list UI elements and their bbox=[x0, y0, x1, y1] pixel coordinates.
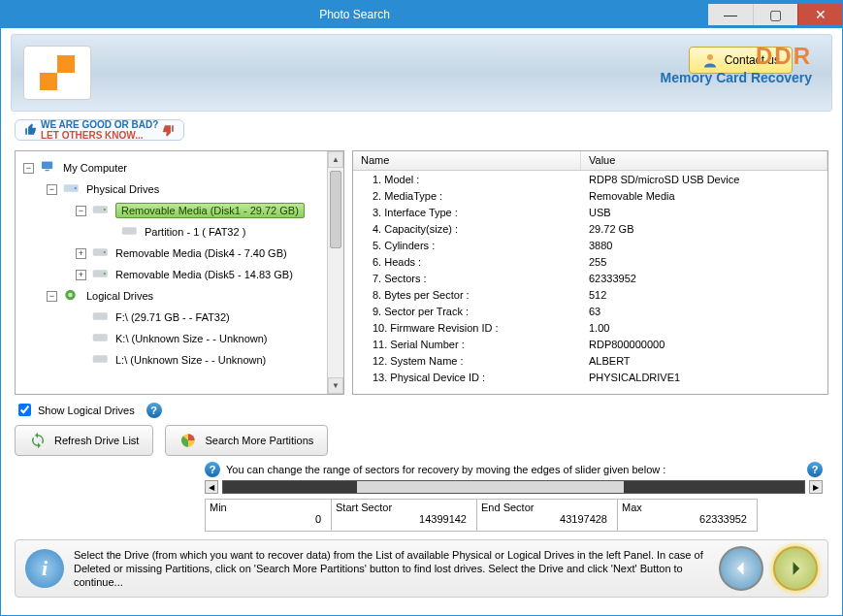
detail-name: 3. Interface Type : bbox=[353, 207, 581, 218]
expander-icon[interactable]: − bbox=[76, 206, 86, 216]
refresh-button[interactable]: Refresh Drive List bbox=[15, 425, 153, 456]
pie-search-icon bbox=[179, 432, 197, 449]
tree-root[interactable]: − My Computer bbox=[19, 157, 340, 178]
brand-subtitle: Memory Card Recovery bbox=[661, 70, 812, 85]
hdd-icon bbox=[92, 331, 112, 346]
detail-value: USB bbox=[581, 207, 827, 218]
expander-icon[interactable]: + bbox=[76, 248, 86, 259]
detail-row[interactable]: 7. Sectors :62333952 bbox=[353, 270, 827, 286]
app-logo bbox=[23, 46, 91, 100]
detail-value: 512 bbox=[581, 289, 827, 301]
help-icon[interactable]: ? bbox=[807, 462, 823, 477]
tree-logical-item[interactable]: K:\ (Unknown Size - - Unknown) bbox=[19, 328, 340, 349]
slider-readouts: Min0 Start Sector14399142 End Sector4319… bbox=[205, 499, 823, 532]
slider-right-button[interactable]: ▶ bbox=[809, 480, 823, 494]
tree-logical-item[interactable]: L:\ (Unknown Size - - Unknown) bbox=[19, 349, 340, 371]
help-icon[interactable]: ? bbox=[205, 462, 220, 477]
titlebar: Photo Search — ▢ ✕ bbox=[1, 1, 842, 28]
tree-logical-item[interactable]: F:\ (29.71 GB - - FAT32) bbox=[19, 307, 340, 328]
tree-logical-item-label: K:\ (Unknown Size - - Unknown) bbox=[115, 333, 268, 344]
feedback-button[interactable]: WE ARE GOOD OR BAD? LET OTHERS KNOW... bbox=[15, 119, 184, 141]
slider-selection[interactable] bbox=[357, 481, 625, 493]
detail-row[interactable]: 3. Interface Type :USB bbox=[353, 204, 827, 220]
expander-icon[interactable]: − bbox=[47, 291, 57, 302]
readout-start: Start Sector14399142 bbox=[331, 499, 476, 532]
thumb-down-icon bbox=[161, 123, 175, 137]
readout-min: Min0 bbox=[205, 499, 331, 532]
detail-name: 10. Firmware Revision ID : bbox=[353, 322, 581, 334]
refresh-icon bbox=[29, 432, 47, 449]
scroll-up-button[interactable]: ▲ bbox=[328, 151, 343, 168]
tree-logical-item-label: L:\ (Unknown Size - - Unknown) bbox=[115, 354, 266, 366]
detail-value: Removable Media bbox=[581, 190, 827, 202]
tree-physical-drives[interactable]: − Physical Drives bbox=[19, 178, 340, 200]
detail-name: 6. Heads : bbox=[353, 256, 581, 268]
scroll-thumb[interactable] bbox=[330, 171, 341, 248]
footer-text: Select the Drive (from which you want to… bbox=[74, 548, 709, 589]
tree-logical-drives[interactable]: − Logical Drives bbox=[19, 285, 340, 307]
detail-row[interactable]: 12. System Name :ALBERT bbox=[353, 352, 827, 369]
tree-disk-item[interactable]: + Removable Media (Disk4 - 7.40 GB) bbox=[19, 243, 340, 264]
search-more-label: Search More Partitions bbox=[205, 435, 313, 446]
detail-row[interactable]: 11. Serial Number :RDP800000000 bbox=[353, 336, 827, 352]
tree-partition-item[interactable]: Partition - 1 ( FAT32 ) bbox=[19, 221, 340, 243]
show-logical-label: Show Logical Drives bbox=[38, 405, 135, 416]
detail-row[interactable]: 13. Physical Device ID :PHYSICALDRIVE1 bbox=[353, 369, 827, 385]
hdd-icon bbox=[92, 352, 112, 368]
detail-row[interactable]: 6. Heads :255 bbox=[353, 253, 827, 270]
tree-root-label: My Computer bbox=[63, 162, 127, 174]
details-rows: 1. Model :RDP8 SD/microSD USB Device2. M… bbox=[353, 171, 827, 385]
main-area: − My Computer − Physical Drives − Remova… bbox=[15, 150, 828, 395]
slider-left-button[interactable]: ◀ bbox=[205, 480, 218, 494]
svg-rect-16 bbox=[93, 355, 108, 363]
computer-icon bbox=[40, 160, 59, 176]
detail-row[interactable]: 5. Cylinders :3880 bbox=[353, 237, 827, 253]
show-logical-input[interactable] bbox=[18, 404, 31, 416]
details-panel: Name Value 1. Model :RDP8 SD/microSD USB… bbox=[352, 150, 828, 395]
expander-icon[interactable]: + bbox=[76, 270, 86, 280]
logical-drive-icon bbox=[63, 288, 82, 304]
controls-row: Show Logical Drives ? bbox=[15, 401, 828, 419]
sector-slider-section: ? You can change the range of sectors fo… bbox=[205, 462, 823, 532]
back-button[interactable] bbox=[719, 546, 763, 591]
detail-row[interactable]: 1. Model :RDP8 SD/microSD USB Device bbox=[353, 171, 827, 187]
detail-value: 29.72 GB bbox=[581, 223, 827, 235]
svg-rect-14 bbox=[93, 312, 108, 320]
scroll-down-button[interactable]: ▼ bbox=[328, 377, 343, 394]
detail-value: ALBERT bbox=[581, 355, 827, 367]
slider-bar[interactable] bbox=[222, 480, 805, 494]
detail-value: 62333952 bbox=[581, 273, 827, 284]
detail-value: 255 bbox=[581, 256, 827, 268]
maximize-button[interactable]: ▢ bbox=[753, 4, 797, 25]
tree-logical-label: Logical Drives bbox=[86, 290, 153, 302]
show-logical-checkbox[interactable]: Show Logical Drives bbox=[15, 401, 135, 419]
slider-track: ◀ ▶ bbox=[205, 479, 823, 495]
detail-row[interactable]: 10. Firmware Revision ID :1.00 bbox=[353, 319, 827, 336]
detail-name: 2. MediaType : bbox=[353, 190, 581, 202]
detail-value: 3880 bbox=[581, 240, 827, 251]
next-button[interactable] bbox=[773, 546, 818, 591]
detail-value: RDP800000000 bbox=[581, 339, 827, 350]
search-more-button[interactable]: Search More Partitions bbox=[165, 425, 328, 456]
expander-icon[interactable]: − bbox=[47, 184, 57, 195]
close-button[interactable]: ✕ bbox=[797, 4, 842, 25]
column-header-name[interactable]: Name bbox=[353, 151, 581, 170]
brand-block: DDR Memory Card Recovery bbox=[661, 43, 812, 85]
tree-disk-item[interactable]: − Removable Media (Disk1 - 29.72 GB) bbox=[19, 200, 340, 221]
feedback-line2: LET OTHERS KNOW... bbox=[41, 130, 144, 141]
expander-icon[interactable]: − bbox=[23, 163, 34, 174]
tree-disk-item[interactable]: + Removable Media (Disk5 - 14.83 GB) bbox=[19, 264, 340, 285]
hdd-icon bbox=[92, 245, 112, 261]
detail-row[interactable]: 2. MediaType :Removable Media bbox=[353, 187, 827, 204]
detail-row[interactable]: 8. Bytes per Sector :512 bbox=[353, 286, 827, 303]
detail-name: 1. Model : bbox=[353, 174, 581, 185]
minimize-button[interactable]: — bbox=[708, 4, 753, 25]
column-header-value[interactable]: Value bbox=[581, 151, 827, 170]
detail-name: 12. System Name : bbox=[353, 355, 581, 367]
tree-scrollbar[interactable]: ▲ ▼ bbox=[327, 151, 343, 394]
detail-row[interactable]: 9. Sector per Track :63 bbox=[353, 303, 827, 319]
detail-row[interactable]: 4. Capacity(size) :29.72 GB bbox=[353, 220, 827, 237]
svg-point-6 bbox=[104, 209, 106, 211]
help-icon[interactable]: ? bbox=[146, 403, 162, 418]
banner: Contact us DDR Memory Card Recovery bbox=[11, 34, 832, 112]
